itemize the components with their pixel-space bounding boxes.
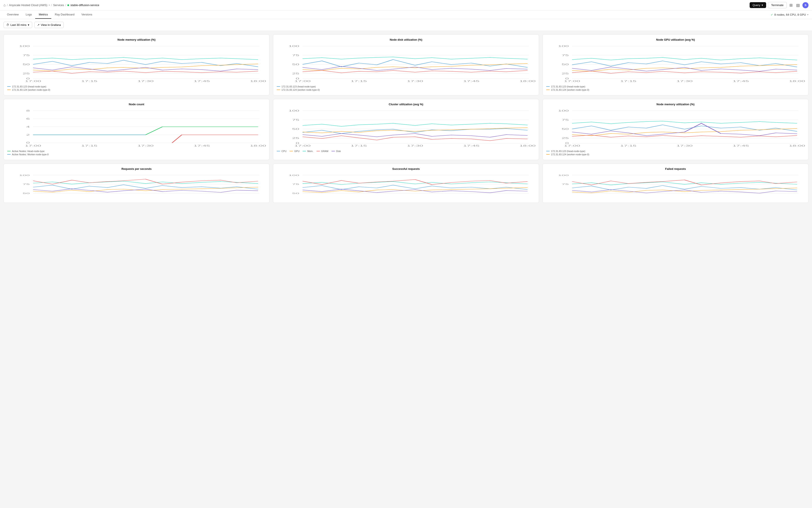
svg-text:17:15: 17:15 <box>81 144 97 147</box>
chart-title-node-gpu: Node GPU utilization (avg %) <box>546 38 805 41</box>
grid-icon[interactable]: ⊞ <box>788 2 794 8</box>
svg-text:17:15: 17:15 <box>620 80 636 82</box>
charts-row-3: Requests per seconds 100 75 50 <box>3 164 809 203</box>
charts-container: Node memory utilization (%) 100 75 50 25… <box>0 31 812 508</box>
svg-text:0: 0 <box>296 142 300 144</box>
svg-text:0: 0 <box>26 141 30 144</box>
svg-text:75: 75 <box>561 54 569 56</box>
chart-area-node-memory: 100 75 50 25 0 17:00 17:15 17:30 17:45 1… <box>7 44 266 83</box>
svg-text:100: 100 <box>19 45 30 47</box>
chart-title-node-memory: Node memory utilization (%) <box>7 38 266 41</box>
svg-text:18:00: 18:00 <box>789 144 805 147</box>
breadcrumb-sep-2: / <box>51 3 52 7</box>
svg-text:17:15: 17:15 <box>620 144 636 147</box>
breadcrumb-sep-1: / <box>7 3 8 7</box>
home-icon[interactable]: ⌂ <box>3 3 6 7</box>
tab-versions[interactable]: Versions <box>78 11 96 19</box>
terminate-button[interactable]: Terminate <box>768 2 787 8</box>
grafana-icon: ↗ <box>37 23 40 27</box>
svg-text:17:15: 17:15 <box>351 144 367 147</box>
svg-text:4: 4 <box>26 126 30 128</box>
chart-failed-requests: Failed requests 100 75 <box>542 164 809 203</box>
svg-text:50: 50 <box>22 192 30 195</box>
svg-text:100: 100 <box>558 174 569 176</box>
tab-ray-dashboard[interactable]: Ray Dashboard <box>51 11 78 19</box>
breadcrumb-cloud[interactable]: Anyscale Hosted Cloud (AWS) <box>9 3 47 7</box>
grafana-button[interactable]: ↗ View in Grafana <box>34 22 64 28</box>
svg-text:17:30: 17:30 <box>676 80 692 82</box>
svg-text:17:00: 17:00 <box>25 80 41 82</box>
svg-text:75: 75 <box>22 183 30 185</box>
chart-node-memory: Node memory utilization (%) 100 75 50 25… <box>3 34 270 95</box>
chart-title-cluster-util: Cluster utilization (avg %) <box>277 103 535 106</box>
chart-requests-per-sec: Requests per seconds 100 75 50 <box>3 164 270 203</box>
svg-text:17:00: 17:00 <box>564 144 580 147</box>
tab-logs[interactable]: Logs <box>22 11 35 19</box>
svg-text:50: 50 <box>292 63 299 66</box>
svg-text:25: 25 <box>561 137 569 139</box>
nav-tabs: Overview Logs Metrics Ray Dashboard Vers… <box>3 11 96 19</box>
query-button[interactable]: Query ▾ <box>750 2 766 8</box>
status-check-icon: ✓ <box>771 13 773 16</box>
top-bar: ⌂ / Anyscale Hosted Cloud (AWS) ▾ / Serv… <box>0 0 812 10</box>
svg-text:25: 25 <box>22 73 30 75</box>
chart-node-memory-2: Node memory utilization (%) 100 75 50 25… <box>542 99 809 160</box>
tab-metrics[interactable]: Metrics <box>35 11 51 19</box>
chart-legend-node-gpu: 172.31.83.123 (head-node-type) 172.31.83… <box>546 85 805 91</box>
svg-text:17:00: 17:00 <box>295 144 311 147</box>
tab-overview[interactable]: Overview <box>3 11 22 19</box>
time-range-button[interactable]: ⏱ Last 30 mins ▾ <box>3 22 32 28</box>
svg-text:75: 75 <box>292 119 299 121</box>
time-icon: ⏱ <box>6 23 9 27</box>
svg-text:25: 25 <box>561 73 569 75</box>
svg-text:17:30: 17:30 <box>137 144 153 147</box>
chart-legend-cluster-util: CPU GPU Mem. GRAM Disk <box>277 150 535 153</box>
grafana-label: View in Grafana <box>41 23 61 27</box>
svg-text:0: 0 <box>26 77 30 80</box>
service-dot <box>67 4 69 6</box>
svg-text:17:15: 17:15 <box>81 80 97 82</box>
svg-text:17:00: 17:00 <box>25 144 41 147</box>
nav-bar: Overview Logs Metrics Ray Dashboard Vers… <box>0 10 812 19</box>
node-status-text: 8 nodes, 64 CPU, 8 GPU <box>774 13 806 16</box>
svg-text:100: 100 <box>289 174 300 176</box>
svg-text:17:00: 17:00 <box>295 80 311 82</box>
chart-legend-node-memory-2: 172.31.83.123 (head-node-type) 172.31.83… <box>546 150 805 156</box>
breadcrumb-service-name: stable-diffusion-service <box>71 3 99 7</box>
breadcrumb-services[interactable]: Services <box>53 3 64 7</box>
svg-text:18:00: 18:00 <box>520 80 536 82</box>
chart-area-failed-requests: 100 75 <box>546 173 805 199</box>
svg-text:17:30: 17:30 <box>407 144 423 147</box>
query-chevron: ▾ <box>762 3 763 7</box>
chart-node-disk: Node disk utilization (%) 100 75 50 25 0… <box>273 34 539 95</box>
svg-text:50: 50 <box>292 192 299 195</box>
svg-text:75: 75 <box>292 54 299 56</box>
chart-cluster-util: Cluster utilization (avg %) 100 75 50 25… <box>273 99 539 160</box>
svg-text:100: 100 <box>288 110 299 112</box>
chart-area-node-memory-2: 100 75 50 25 0 17:00 17:15 17:30 17:45 1… <box>546 109 805 147</box>
svg-text:18:00: 18:00 <box>520 144 536 147</box>
top-actions: Query ▾ Terminate ⊞ ▤ S <box>750 2 809 8</box>
chart-legend-node-count: Active Nodes: Head-node-type Active Node… <box>7 150 266 156</box>
svg-text:17:45: 17:45 <box>194 144 210 147</box>
chart-area-node-gpu: 100 75 50 25 0 17:00 17:15 17:30 17:45 1… <box>546 44 805 83</box>
chart-title-requests-per-sec: Requests per seconds <box>7 167 266 170</box>
chart-node-gpu: Node GPU utilization (avg %) 100 75 50 2… <box>542 34 809 95</box>
cloud-chevron: ▾ <box>49 4 50 6</box>
doc-icon[interactable]: ▤ <box>795 2 801 8</box>
svg-text:6: 6 <box>26 118 30 120</box>
node-status: ✓ 8 nodes, 64 CPU, 8 GPU ▾ <box>771 13 809 16</box>
svg-text:0: 0 <box>565 77 569 80</box>
svg-text:17:45: 17:45 <box>733 80 749 82</box>
svg-text:75: 75 <box>22 54 30 56</box>
avatar[interactable]: S <box>803 2 809 8</box>
chart-title-node-disk: Node disk utilization (%) <box>277 38 535 41</box>
charts-row-1: Node memory utilization (%) 100 75 50 25… <box>3 34 809 95</box>
svg-text:100: 100 <box>558 45 569 47</box>
svg-text:17:30: 17:30 <box>407 80 423 82</box>
svg-text:25: 25 <box>292 73 299 75</box>
svg-text:17:30: 17:30 <box>676 144 692 147</box>
svg-text:75: 75 <box>561 183 569 185</box>
chart-area-requests-per-sec: 100 75 50 <box>7 173 266 199</box>
toolbar: ⏱ Last 30 mins ▾ ↗ View in Grafana <box>0 19 812 31</box>
